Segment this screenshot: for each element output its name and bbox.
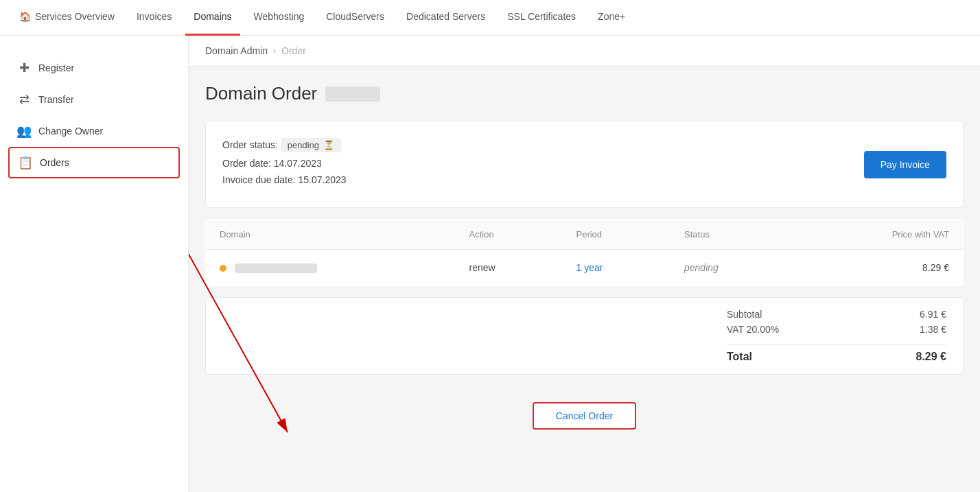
breadcrumb-separator: › xyxy=(273,46,276,56)
orders-icon: 📋 xyxy=(18,155,33,170)
table-cell-period: 1 year xyxy=(563,250,671,286)
plus-icon: ✚ xyxy=(16,60,32,75)
nav-item-dedicated-servers[interactable]: Dedicated Servers xyxy=(398,0,493,36)
breadcrumb: Domain Admin › Order xyxy=(189,36,980,67)
status-badge: pending ⏳ xyxy=(281,138,341,152)
domain-status-dot xyxy=(220,265,226,272)
nav-item-webhosting[interactable]: Webhosting xyxy=(246,0,313,36)
cancel-order-button[interactable]: Cancel Order xyxy=(533,402,636,430)
col-header-price: Price with VAT xyxy=(793,220,963,250)
table-cell-price: 8.29 € xyxy=(793,250,963,286)
subtotal-label: Subtotal xyxy=(727,309,762,320)
sidebar: ✚ Register ⇄ Transfer 👥 Change Owner 📋 O… xyxy=(0,36,189,492)
vat-row: VAT 20.00% 1.38 € xyxy=(727,324,946,335)
page-title: Domain Order xyxy=(205,83,317,104)
nav-item-domains[interactable]: Domains xyxy=(185,0,240,36)
order-table: Domain Action Period Status Price with V… xyxy=(205,219,964,286)
vat-value: 1.38 € xyxy=(920,324,946,335)
main-content: Domain Admin › Order Domain Order Order … xyxy=(189,36,980,492)
pay-invoice-button[interactable]: Pay Invoice xyxy=(864,151,946,178)
subtotal-value: 6.91 € xyxy=(920,309,946,320)
sidebar-item-transfer[interactable]: ⇄ Transfer xyxy=(0,84,188,115)
title-badge xyxy=(325,86,380,102)
total-label: Total xyxy=(727,351,752,363)
transfer-icon: ⇄ xyxy=(16,92,32,107)
totals-section: Subtotal 6.91 € VAT 20.00% 1.38 € Total … xyxy=(205,297,964,375)
table-cell-action: renew xyxy=(456,250,563,286)
table-row: renew 1 year pending 8.29 € xyxy=(206,250,964,286)
users-icon: 👥 xyxy=(16,124,32,139)
col-header-domain: Domain xyxy=(206,220,456,250)
breadcrumb-parent[interactable]: Domain Admin xyxy=(205,45,268,56)
sidebar-item-change-owner[interactable]: 👥 Change Owner xyxy=(0,115,188,147)
nav-item-cloudservers[interactable]: CloudServers xyxy=(318,0,393,36)
col-header-period: Period xyxy=(563,220,671,250)
hourglass-icon: ⏳ xyxy=(323,140,334,150)
table-cell-status: pending xyxy=(670,250,793,286)
breadcrumb-current: Order xyxy=(281,45,306,56)
vat-label: VAT 20.00% xyxy=(727,324,779,335)
sidebar-item-register[interactable]: ✚ Register xyxy=(0,52,188,84)
total-value: 8.29 € xyxy=(916,351,946,363)
nav-item-invoices[interactable]: Invoices xyxy=(128,0,180,36)
subtotal-row: Subtotal 6.91 € xyxy=(727,309,946,320)
grand-total-row: Total 8.29 € xyxy=(727,344,946,363)
cancel-section: Cancel Order xyxy=(205,391,964,441)
domain-name-blurred xyxy=(235,263,317,273)
order-date-row: Order date: 14.07.2023 xyxy=(222,158,946,169)
table-cell-domain xyxy=(206,250,456,286)
nav-item-ssl-certificates[interactable]: SSL Certificates xyxy=(499,0,584,36)
page-title-row: Domain Order xyxy=(205,83,964,104)
nav-item-services-overview[interactable]: 🏠 Services Overview xyxy=(11,0,123,36)
top-navigation: 🏠 Services Overview Invoices Domains Web… xyxy=(0,0,980,36)
col-header-status: Status xyxy=(670,220,793,250)
col-header-action: Action xyxy=(456,220,563,250)
order-status-row: Order status: pending ⏳ xyxy=(222,138,946,152)
invoice-due-row: Invoice due date: 15.07.2023 xyxy=(222,174,946,185)
sidebar-item-orders[interactable]: 📋 Orders xyxy=(8,147,180,178)
order-card: Order status: pending ⏳ Order date: 14.0… xyxy=(205,121,964,208)
nav-item-zone-plus[interactable]: Zone+ xyxy=(590,0,633,36)
home-icon: 🏠 xyxy=(19,11,31,22)
